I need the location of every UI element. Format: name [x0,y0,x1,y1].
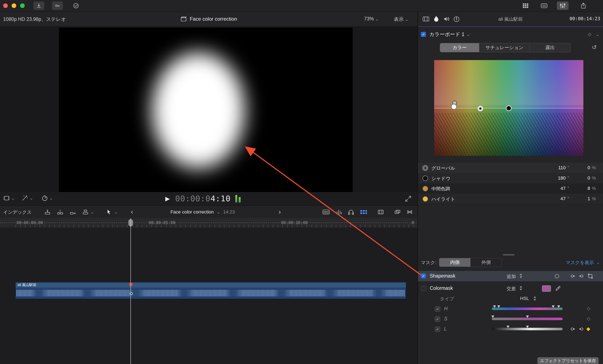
audio-meters-button[interactable] [235,195,243,203]
timeline-forward-button[interactable]: › [278,208,281,216]
enhancements-menu[interactable]: ⌄ [22,195,33,201]
viewer-zoom-menu[interactable]: 73% ⌄ [364,16,379,22]
keyframe-diamond-icon[interactable]: ◇ [588,32,591,37]
insert-edit-button[interactable] [57,209,63,215]
save-effect-preset-button[interactable]: エフェクトプリセットを保存 [537,357,599,364]
segment-outside[interactable]: 外側 [470,258,502,267]
color-board[interactable] [434,60,583,156]
saturation-handle[interactable] [491,316,494,318]
timeline-clip[interactable]: ali 嵐山駅前 [15,282,406,299]
hue-handle[interactable] [493,305,496,308]
tab-color[interactable]: カラー [440,43,479,52]
play-button[interactable]: ▶ [165,195,170,202]
keyword-editor-button[interactable] [52,1,63,10]
share-button[interactable] [578,1,589,10]
shape-mask-icon[interactable] [554,273,560,279]
param-pct-value[interactable]: 0 [578,175,590,181]
shapemask-blend-mode[interactable]: 追加 [507,273,516,280]
viewer-canvas[interactable] [59,28,353,192]
param-deg-value[interactable]: 110 [545,165,566,171]
luma-handle[interactable] [507,326,510,328]
param-deg-value[interactable]: 47 [545,186,566,191]
colorboard-name[interactable]: カラーボード 1 [429,31,464,38]
segment-inside[interactable]: 内側 [439,258,470,267]
param-deg-value[interactable]: 180 [545,175,566,181]
colorboard-checkbox[interactable]: ✓ [421,32,426,37]
clip-red-marker[interactable] [129,283,133,286]
scroll-indicator[interactable] [503,254,515,255]
timeline-ruler[interactable]: 00:00:00:00 00:00:05:00 00:00:10:00 0 [0,218,417,228]
luma-range-slider[interactable] [492,328,563,330]
audio-monitor-button[interactable] [348,209,354,215]
saturation-checkbox[interactable]: ✓ [435,316,440,322]
previous-keyframe-icon[interactable] [570,274,575,278]
param-pct-value[interactable]: 0 [578,165,590,171]
hue-handle[interactable] [557,305,560,308]
list-view-button[interactable] [538,1,550,10]
next-keyframe-icon[interactable] [579,327,584,331]
viewer-view-menu[interactable]: 表示 ⌄ [394,16,408,22]
browser-view-button[interactable] [520,1,532,10]
colormask-row[interactable]: Colormask 交差 [418,283,603,293]
tab-saturation[interactable]: サチュレーション [479,43,530,52]
colormask-blend-mode[interactable]: 交差 [507,286,516,292]
shapemask-checkbox[interactable]: ✓ [421,273,426,278]
luma-checkbox[interactable]: ✓ [435,327,440,332]
eyedropper-icon[interactable] [555,285,561,291]
overwrite-edit-button[interactable] [82,209,89,215]
midtones-puck[interactable] [478,106,483,111]
connect-edit-button[interactable] [44,209,51,215]
saturation-handle[interactable] [526,316,529,318]
tool-menu-chevron-icon[interactable]: ⌄ [114,210,118,215]
type-value[interactable]: HSL [520,296,529,301]
append-edit-button[interactable] [70,209,76,215]
keyframe-diamond-icon[interactable]: ◇ [587,306,590,311]
colormask-swatch[interactable] [542,285,551,292]
viewer-timecode[interactable]: 00:00:04:10 [175,194,231,203]
keyframe-diamond-icon[interactable]: ◇ [587,316,590,321]
timeline-project-title[interactable]: Face color correction [170,209,214,215]
timeline-tracks[interactable]: ali 嵐山駅前 [0,227,417,364]
background-tasks-button[interactable] [70,1,81,10]
lane-index-button[interactable] [336,209,342,215]
edit-tools-chevron-icon[interactable]: ⌄ [90,210,94,215]
skimming-toggle-button[interactable] [360,209,368,215]
next-keyframe-icon[interactable] [579,274,584,278]
playhead-line[interactable] [130,218,131,364]
timeline-back-button[interactable]: ‹ [131,208,133,216]
tab-exposure[interactable]: 露出 [530,43,570,52]
colorboard-collapse-chevron-icon[interactable]: ⌄ [596,32,599,37]
transform-mask-icon[interactable] [588,273,593,279]
minimize-button[interactable] [12,3,16,8]
crop-tool-menu[interactable]: ⌄ [3,195,15,201]
chevron-down-icon[interactable]: ⌄ [466,32,470,37]
solo-button[interactable] [394,209,401,215]
hue-range-slider[interactable] [492,308,563,310]
active-keyframe-diamond-icon[interactable]: ◆ [586,326,590,332]
hue-handle[interactable] [552,305,555,308]
close-button[interactable] [3,3,8,8]
tool-menu[interactable] [107,209,111,215]
colormask-checkbox[interactable] [421,286,426,291]
clip-appearance-button[interactable] [323,209,330,215]
import-media-button[interactable] [33,1,44,10]
highlights-puck[interactable] [506,105,512,111]
index-button[interactable]: インデックス [3,209,32,215]
inspector-toggle-button[interactable] [557,1,568,10]
hue-handle[interactable] [497,305,500,308]
previous-keyframe-icon[interactable] [570,327,575,331]
zoom-button[interactable] [20,3,25,8]
show-mask-chevron-icon[interactable]: ⌄ [596,260,600,265]
reset-icon[interactable]: ↺ [592,44,597,51]
global-puck[interactable] [451,104,457,110]
retime-menu[interactable]: ⌄ [41,195,53,201]
transition-bowtie-icon[interactable]: ⋈ [407,209,412,215]
param-pct-value[interactable]: 8 [578,186,590,191]
luma-handle[interactable] [526,326,529,328]
show-mask-link[interactable]: マスクを表示 [566,259,594,266]
param-pct-value[interactable]: 1 [578,196,590,201]
fullscreen-icon[interactable] [405,195,412,202]
param-deg-value[interactable]: 47 [545,196,566,201]
snapping-toggle-button[interactable] [378,209,384,215]
saturation-range-slider[interactable] [492,318,563,320]
